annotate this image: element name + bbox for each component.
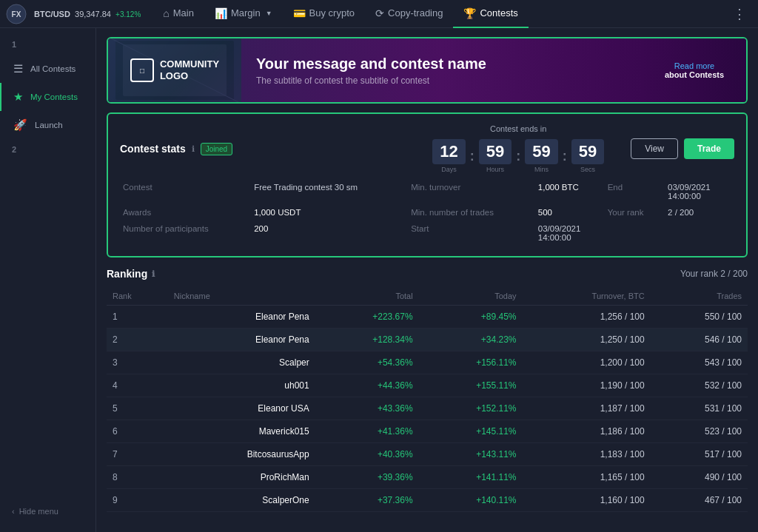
rank-turnover: 1,165 / 100: [600, 472, 645, 482]
rank-today: +34.23%: [481, 334, 517, 345]
rank-nickname[interactable]: Maverick015: [259, 426, 309, 437]
top-navigation: FX BTC/USD 39,347.84 +3.12% ⌂ Main 📊 Mar…: [0, 0, 758, 28]
ranking-row: 6 Maverick015 +41.36% +145.11% 1,186 / 1…: [107, 420, 748, 443]
hours-label: Hours: [486, 166, 504, 173]
rank-nickname[interactable]: uh001: [284, 380, 309, 391]
secs-value: 59: [571, 139, 604, 164]
ranking-row: 5 Eleanor USA +43.36% +152.11% 1,187 / 1…: [107, 397, 748, 420]
ranking-row: 1 Eleanor Pena +223.67% +89.45% 1,256 / …: [107, 306, 748, 329]
days-value: 12: [432, 139, 465, 164]
rank-nickname[interactable]: Scalper: [279, 357, 309, 368]
participants-value: 200: [251, 220, 408, 246]
rank-turnover: 1,187 / 100: [600, 403, 645, 414]
more-menu-button[interactable]: ⋮: [727, 6, 752, 22]
hours-value: 59: [479, 139, 512, 164]
col-nickname: Nickname: [168, 287, 315, 306]
ranking-header: Ranking ℹ Your rank 2 / 200: [107, 268, 748, 280]
rank-total: +40.36%: [378, 449, 413, 459]
rank-turnover: 1,250 / 100: [600, 334, 645, 345]
stats-row-awards: Awards 1,000 USDT Min. number of trades …: [120, 204, 734, 220]
rank-trades: 531 / 100: [705, 403, 742, 414]
col-rank: Rank: [107, 287, 168, 306]
dropdown-arrow-icon: ▼: [266, 10, 272, 17]
nav-item-copy-trading[interactable]: ⟳ Copy-trading: [365, 0, 453, 28]
nav-menu: ⌂ Main 📊 Margin ▼ 💳 Buy crypto ⟳ Copy-tr…: [152, 0, 727, 28]
rank-today: +156.11%: [476, 357, 516, 368]
ranking-row: 8 ProRichMan +39.36% +141.11% 1,165 / 10…: [107, 466, 748, 489]
col-today: Today: [419, 287, 523, 306]
rank-nickname[interactable]: Eleanor Pena: [255, 334, 309, 345]
contest-stats-title: Contest stats: [120, 143, 186, 155]
min-trades-value: 500: [535, 204, 605, 220]
secs-label: Secs: [580, 166, 595, 173]
rank-trades: 467 / 100: [705, 495, 742, 505]
stats-info-icon[interactable]: ℹ: [192, 144, 195, 154]
rank-nickname[interactable]: BitcosaurusApp: [247, 449, 309, 459]
end-label: End: [605, 179, 665, 204]
ranking-info-icon[interactable]: ℹ: [152, 269, 155, 279]
ranking-row: 7 BitcosaurusApp +40.36% +143.11% 1,183 …: [107, 443, 748, 466]
awards-label: Awards: [120, 204, 251, 220]
start-label: Start: [408, 220, 535, 246]
view-button[interactable]: View: [631, 138, 678, 159]
min-turnover-value: 1,000 BTC: [535, 179, 605, 204]
rank-turnover: 1,186 / 100: [600, 426, 645, 437]
colon-3: :: [563, 149, 567, 164]
contest-ends-label: Contest ends in: [490, 124, 546, 133]
main-layout: 1 ☰ All Contests ★ My Contests 🚀 Launch …: [0, 28, 758, 532]
rank-today: +143.11%: [476, 449, 516, 459]
min-turnover-label: Min. turnover: [408, 179, 535, 204]
rank-today: +141.11%: [476, 472, 516, 482]
ranking-row: 2 Eleanor Pena +128.34% +34.23% 1,250 / …: [107, 329, 748, 351]
sidebar-item-my-contests[interactable]: ★ My Contests: [0, 83, 95, 111]
days-label: Days: [441, 166, 457, 173]
rank-number: 6: [113, 426, 118, 437]
rank-turnover: 1,200 / 100: [600, 357, 645, 368]
trade-button[interactable]: Trade: [684, 138, 734, 159]
ranking-title: Ranking ℹ: [107, 268, 155, 280]
rank-total: +39.36%: [378, 472, 413, 482]
rank-trades: 546 / 100: [705, 334, 742, 345]
main-content: □ COMMUNITY LOGO Your message and contes…: [96, 28, 758, 532]
banner-subtitle: The subtitle of contest the subtitle of …: [256, 75, 628, 86]
rank-nickname[interactable]: ScalperOne: [262, 495, 309, 505]
mins-label: Mins: [534, 166, 549, 173]
rank-total: +37.36%: [378, 495, 413, 505]
rank-number: 5: [113, 403, 118, 414]
price-ticker: BTC/USD 39,347.84 +3.12%: [34, 10, 141, 18]
nav-item-margin[interactable]: 📊 Margin ▼: [204, 0, 283, 28]
nav-item-buy-crypto[interactable]: 💳 Buy crypto: [283, 0, 365, 28]
ranking-row: 9 ScalperOne +37.36% +140.11% 1,160 / 10…: [107, 489, 748, 512]
colon-2: :: [516, 149, 520, 164]
hide-menu-button[interactable]: ‹ Hide menu: [0, 499, 95, 523]
rank-nickname[interactable]: Eleanor Pena: [255, 312, 309, 322]
nav-item-main[interactable]: ⌂ Main: [152, 0, 204, 28]
rank-nickname[interactable]: ProRichMan: [261, 472, 309, 482]
nav-item-contests[interactable]: 🏆 Contests: [453, 0, 528, 28]
rank-number: 7: [113, 449, 118, 459]
stats-detail-table: Contest Free Trading contest 30 sm Min. …: [120, 179, 734, 246]
sidebar-item-all-contests[interactable]: ☰ All Contests: [0, 55, 95, 83]
banner-right: Read more about Contests: [643, 38, 746, 102]
participants-label: Number of participants: [120, 220, 251, 246]
rank-trades: 532 / 100: [705, 380, 742, 391]
contest-label: Contest: [120, 179, 251, 204]
sidebar-section-number-1: 1: [0, 37, 95, 55]
banner-center: Your message and contest name The subtit…: [241, 38, 643, 102]
read-more-link[interactable]: Read more: [674, 61, 714, 70]
countdown-timer: 12 Days : 59 Hours : 59 Mins: [432, 139, 604, 173]
rank-number: 3: [113, 357, 118, 368]
rank-total: +41.36%: [378, 426, 413, 437]
rank-turnover: 1,256 / 100: [600, 312, 645, 322]
chevron-left-icon: ‹: [12, 507, 15, 516]
your-rank-value: 2 / 200: [665, 204, 734, 220]
rank-total: +128.34%: [372, 334, 412, 345]
contest-banner: □ COMMUNITY LOGO Your message and contes…: [107, 37, 748, 104]
rank-nickname[interactable]: Eleanor USA: [258, 403, 309, 414]
sidebar-item-launch[interactable]: 🚀 Launch: [0, 111, 95, 139]
end-value: 03/09/2021 14:00:00: [665, 179, 734, 204]
stats-row-contest: Contest Free Trading contest 30 sm Min. …: [120, 179, 734, 204]
rank-trades: 550 / 100: [705, 312, 742, 322]
ranking-your-rank: Your rank 2 / 200: [680, 269, 748, 279]
col-total: Total: [315, 287, 419, 306]
